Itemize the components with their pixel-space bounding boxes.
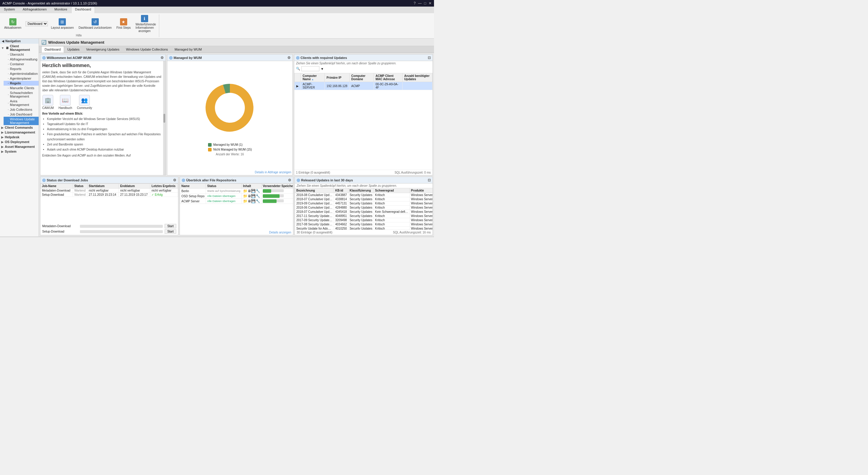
clients-settings-btn[interactable]: ⊡ [428,56,431,60]
tab-dashboard[interactable]: Dashboard [71,7,95,13]
repo-col-content[interactable]: Inhalt [242,184,261,189]
wum-tab-dashboard[interactable]: Dashboard [41,46,64,53]
chart-settings-btn[interactable]: ⚙ [287,56,291,60]
repo-row-berlin[interactable]: Berlin Warte auf Synchronisierung 📁🖥💾🔧 [180,189,293,194]
clients-table-scroll[interactable]: Computer Name Primäre IP Computer Domäne… [294,73,433,170]
upd-col-class[interactable]: Klassifizierung [348,188,374,193]
upd-class-4: Security Updates [348,210,374,214]
update-row-1[interactable]: 2018-07 Cumulative Update fo... 4338814 … [295,197,433,201]
status-table-scroll[interactable]: Job-Name Status Startdatum Enddatum Letz… [40,184,178,223]
update-row-5[interactable]: 2017-11 Security Update for A... 4048951… [295,214,433,218]
sidebar-group-client-commands[interactable]: ▶ Client Commands [0,125,39,130]
sidebar-group-helpdesk[interactable]: ▶ Helpdesk [0,135,39,139]
sidebar-item-abfrage[interactable]: · Abfrageverwaltung [4,57,39,62]
status-col-start[interactable]: Startdatum [87,184,119,189]
wum-tab-managed[interactable]: Managed by WUM [171,46,205,53]
upd-severity-0: Kritisch [374,193,410,197]
upd-col-severity[interactable]: Schweregrad [374,188,410,193]
update-row-7[interactable]: 2017-08 Security Update for A... 4034662… [295,222,433,227]
sidebar-group-client-management[interactable]: ▼ 🖥 Client Management [0,44,39,52]
welcome-settings-btn[interactable]: ⚙ [160,56,164,60]
upd-col-name[interactable]: Bezeichnung [295,188,334,193]
client-row-1[interactable]: ▶ ACMP-SERVER 192.168.86.128 ACMP 00-0C-… [294,82,433,90]
wum-tab-updates[interactable]: Updates [64,46,83,53]
welcome-scrollbar[interactable] [163,61,165,175]
close-btn[interactable]: ✕ [429,1,432,5]
sidebar-group-os-deployment[interactable]: ▶ OS Deployment [0,139,39,144]
sidebar-item-job-dashboard[interactable]: · Job Dashboard [4,112,39,117]
welcome-link-handbuch[interactable]: 📖 Handbuch [59,95,72,109]
btn-layout[interactable]: ⊞ Layout anpassen [49,18,75,30]
repo-row-acmp[interactable]: ACMP Server Alle Dateien übertragen 📁🖥💾🔧 [180,199,293,204]
tab-monitore[interactable]: Monitore [51,7,71,13]
tab-system[interactable]: System [0,7,19,13]
status-col-result[interactable]: Letztes Ergebnis [150,184,178,189]
sidebar-item-schwachstellen[interactable]: · Schwachstellen Management [4,90,39,99]
btn-firststeps[interactable]: ★ First Steps [115,18,133,30]
repo-col-name[interactable]: Name [180,184,206,189]
update-row-0[interactable]: 2018-08 Cumulative Update fo... 4343887 … [295,193,433,197]
start-btn-1[interactable]: Start [165,224,176,228]
btn-reset[interactable]: ↺ Dashboard zurücksetzen [76,18,114,30]
col-domain[interactable]: Computer Domäne [349,73,374,82]
released-updates-settings-btn[interactable]: ⊡ [428,178,431,182]
progress-bg-2 [80,230,163,233]
sidebar-group-system[interactable]: ▶ System [0,149,39,154]
status-col-name[interactable]: Job-Name [41,184,73,189]
col-ip[interactable]: Primäre IP [325,73,350,82]
status-settings-btn[interactable]: ⚙ [173,178,176,182]
repo-col-storage[interactable]: Verwendeter Speicher [261,184,293,189]
status-col-end[interactable]: Enddatum [119,184,150,189]
sidebar-item-avira[interactable]: · Avira Management [4,99,39,107]
status-col-status[interactable]: Status [73,184,87,189]
file-repo-scroll[interactable]: Name Status Inhalt Verwendeter Speicher … [180,184,293,230]
sidebar-item-agenteninstallation[interactable]: · Agenteninstallation [4,71,39,76]
sidebar-item-reports[interactable]: · Reports [4,66,39,71]
update-row-2[interactable]: 2019-09 Cumulative Update fo... 4457131 … [295,201,433,205]
maximize-btn[interactable]: □ [424,1,426,5]
welcome-link-cawum[interactable]: 🏢 CAWUM [42,95,54,109]
sidebar-item-regeln[interactable]: · Regeln [4,81,39,86]
upd-col-kb[interactable]: KB-Id [334,188,348,193]
repo-col-status[interactable]: Status [206,184,242,189]
col-computer-name[interactable]: Computer Name [301,73,325,82]
status-row-1[interactable]: Metadaten-Download Wartend nicht verfügb… [41,189,178,193]
start-btn-2[interactable]: Start [165,229,176,234]
sidebar-item-container[interactable]: · Container [4,62,39,66]
status-table: Job-Name Status Startdatum Enddatum Letz… [40,184,178,197]
sidebar-item-uebersicht[interactable]: · Übersicht [4,52,39,57]
sidebar-group-asset[interactable]: ▶ Asset Management [0,144,39,149]
repo-row-osd[interactable]: OSD Setup Repo Alle Dateien übertragen 📁… [180,194,293,199]
chart-details-link[interactable]: Details in Abfrage anzeigen [167,169,292,175]
tab-abfrageaktionen[interactable]: Abfrageaktionen [19,7,51,13]
sidebar-item-manuelle-clients[interactable]: · Manuelle Clients [4,86,39,90]
update-row-6[interactable]: 2017-09 Security Update for A... 3209498… [295,218,433,222]
btn-aktualisieren[interactable]: ↻ Aktualisieren [2,18,23,30]
released-updates-scroll[interactable]: Bezeichnung KB-Id Klassifizierung Schwer… [295,188,433,229]
btn-info[interactable]: ℹ Weiterführende Informationen anzeigen [134,14,155,33]
help-btn[interactable]: ? [414,1,416,5]
update-row-8[interactable]: Security Update for Adobe Fla... 4010250… [295,227,433,230]
sidebar-group-lizenz[interactable]: ▶ Lizenzmanagement [0,130,39,135]
welcome-footer: Entdecken Sie Aagon und ACMP auch in den… [42,154,161,157]
update-row-4[interactable]: 2018-07 Cumulative Update fo... 4345418 … [295,210,433,214]
welcome-link-community[interactable]: 👥 Community [77,95,92,109]
sidebar-item-job-collections[interactable]: · Job Collections [4,107,39,112]
minimize-btn[interactable]: — [418,1,422,5]
file-repo-icon: ◎ [182,178,185,182]
wum-tab-verweigerung[interactable]: Verweigerung Updates [83,46,123,53]
col-mac[interactable]: ACMP Client MAC Adresse [374,73,402,82]
file-repo-details-link[interactable]: Details anzeigen [180,230,293,235]
sidebar-item-wum[interactable]: · Windows Update Management [4,117,39,125]
sidebar-item-agentenplaner[interactable]: · Agentenplaner [4,76,39,81]
status-row-2[interactable]: Setup-Download Wartend 27.11.2019 15:23:… [41,193,178,197]
upd-col-product[interactable]: Produkte [410,188,433,193]
wum-tab-collections[interactable]: Windows Update Collections [123,46,171,53]
update-row-3[interactable]: 2018-06 Cumulative Update fo... 4284880 … [295,205,433,210]
search-computer-name[interactable] [301,66,319,71]
upd-kb-8: 4010250 [334,227,348,230]
col-updates[interactable]: Anzahl benötigter Updates [402,73,432,82]
updates-count-cell [402,82,432,90]
dashboard-dropdown[interactable]: Dashboard [26,21,48,26]
file-repo-settings-btn[interactable]: ⚙ [288,178,291,182]
